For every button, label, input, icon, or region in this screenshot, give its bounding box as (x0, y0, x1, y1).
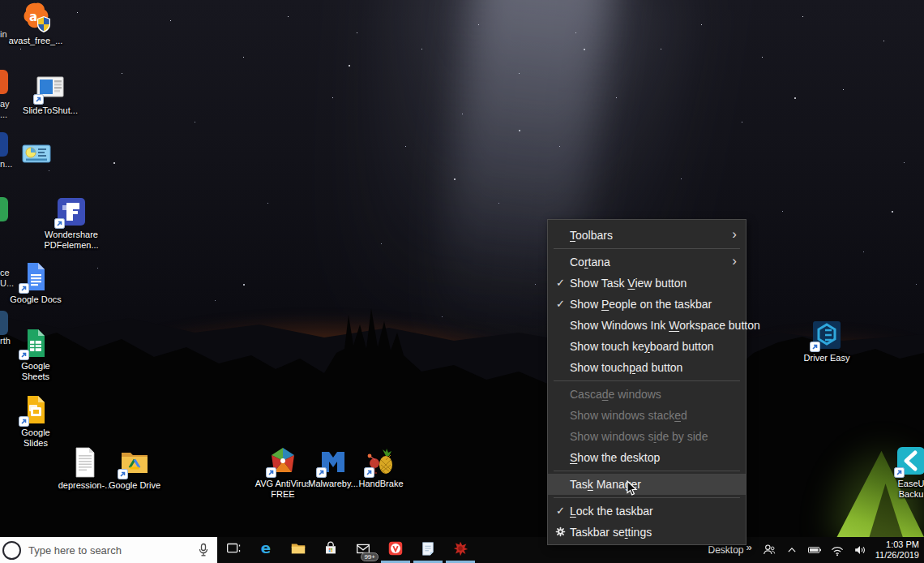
slidetoshut-icon (35, 72, 66, 103)
checkmark-icon: ✓ (554, 294, 567, 315)
edge-icon: e (257, 539, 275, 561)
menu-item-lock-the-taskbar[interactable]: ✓Lock the taskbar (548, 501, 746, 522)
google-sheets-icon (20, 328, 51, 359)
google-docs-label: Google Docs (10, 294, 62, 305)
clock[interactable]: 1:03 PM 11/26/2019 (875, 539, 919, 561)
people-icon[interactable] (759, 540, 779, 560)
avast-free-icon: a (20, 2, 51, 33)
depression-doc-icon (70, 447, 101, 478)
avast-free-label: avast_free_... (9, 36, 63, 46)
taskbar-button-mail[interactable]: 99+ (347, 537, 379, 563)
desktop-icon-google-sheets[interactable]: Google Sheets (5, 328, 66, 382)
taskbar-button-file-explorer[interactable] (282, 537, 314, 563)
google-slides-label: Google Slides (21, 428, 49, 449)
taskbar-button-microsoft-store[interactable] (314, 537, 347, 563)
menu-separator (554, 380, 740, 381)
desktop-icon-easeus-backup[interactable]: EaseU Backu (880, 445, 924, 500)
hidden-icons-chevron-icon[interactable] (782, 540, 802, 560)
taskbar-buttons: e99+ (217, 537, 477, 563)
google-sheets-label: Google Sheets (21, 361, 49, 382)
taskbar-button-codec-pack[interactable] (444, 537, 477, 563)
shortcut-arrow-icon (266, 467, 276, 478)
microphone-icon[interactable] (197, 543, 210, 557)
menu-item-label: Show touchpad button (570, 361, 682, 374)
desktop-icon-info-card-gadget[interactable] (6, 139, 67, 170)
cortana-icon[interactable] (2, 541, 21, 560)
svg-text:e: e (261, 539, 271, 557)
battery-icon[interactable] (805, 540, 824, 560)
menu-item-toolbars[interactable]: Toolbars› (548, 225, 746, 246)
menu-item-label: Show People on the taskbar (570, 298, 712, 311)
menu-item-taskbar-settings[interactable]: Taskbar settings (548, 522, 746, 543)
desktop-toolbar-label[interactable]: Desktop (708, 544, 743, 556)
search-input[interactable]: Type here to search (0, 537, 217, 563)
easeus-backup-icon (896, 445, 924, 476)
checkmark-icon: ✓ (554, 273, 567, 294)
desktop-icon-avast-free[interactable]: aavast_free_... (5, 2, 66, 46)
edge-partial-icon[interactable] (0, 70, 8, 94)
slidetoshut-label: SlideToShut... (23, 105, 78, 116)
toolbar-overflow-icon[interactable]: » (746, 541, 752, 553)
taskbar-button-task-view[interactable] (217, 537, 250, 563)
shortcut-arrow-icon (316, 467, 327, 478)
menu-item-show-people-on-the-taskbar[interactable]: ✓Show People on the taskbar (548, 294, 746, 315)
desktop-icon-google-docs[interactable]: Google Docs (5, 261, 66, 305)
desktop-icon-driver-easy[interactable]: Driver Easy (796, 320, 858, 363)
desktop-icon-google-slides[interactable]: Google Slides (5, 394, 66, 449)
menu-item-label: Show windows side by side (570, 430, 708, 443)
menu-item-show-touchpad-button[interactable]: Show touchpad button (548, 357, 746, 378)
menu-item-label: Cascade windows (570, 388, 661, 401)
menu-item-label: Show Task View button (570, 277, 687, 290)
edge-partial-icon[interactable] (0, 197, 8, 221)
file-explorer-icon (289, 539, 307, 561)
menu-separator (554, 497, 740, 498)
menu-item-show-task-view-button[interactable]: ✓Show Task View button (548, 273, 746, 294)
edge-partial-icon-label: in (0, 29, 7, 40)
mouse-cursor (627, 480, 638, 500)
codec-pack-icon (451, 539, 469, 561)
taskbar-button-edge[interactable]: e (250, 537, 282, 563)
desktop-icon-slidetoshut[interactable]: SlideToShut... (19, 72, 81, 116)
desktop-icon-wondershare-pdfelement[interactable]: Wondershare PDFelemen... (41, 196, 102, 251)
notepad-icon (419, 539, 437, 561)
search-placeholder: Type here to search (28, 544, 122, 557)
gear-icon (554, 522, 567, 543)
edge-partial-icon[interactable] (0, 311, 8, 335)
menu-item-label: Show windows stacked (570, 409, 687, 422)
wondershare-pdfelement-icon (56, 196, 87, 227)
taskbar-button-vivaldi[interactable] (379, 537, 412, 563)
menu-item-show-the-desktop[interactable]: Show the desktop (548, 447, 746, 468)
desktop-icon-handbrake[interactable]: HandBrake (350, 445, 412, 489)
submenu-arrow-icon: › (732, 224, 737, 245)
edge-partial-icon-label: ce U... (0, 268, 14, 289)
taskbar-context-menu: Toolbars›Cortana›✓Show Task View button✓… (547, 219, 746, 545)
speaker-icon[interactable] (850, 540, 870, 560)
handbrake-icon (366, 445, 396, 476)
edge-partial-icon[interactable] (0, 132, 8, 157)
wifi-icon[interactable] (828, 540, 847, 560)
menu-item-label: Cortana (570, 256, 610, 269)
edge-partial-icon-label: n... (0, 159, 12, 170)
malwarebytes-icon (318, 445, 349, 476)
shortcut-arrow-icon (33, 94, 44, 105)
task-view-icon (225, 539, 242, 561)
taskbar-button-notepad[interactable] (412, 537, 444, 563)
wondershare-pdfelement-label: Wondershare PDFelemen... (44, 230, 98, 251)
menu-item-label: Toolbars (570, 229, 613, 242)
menu-item-show-windows-ink-workspace-button[interactable]: Show Windows Ink Workspace button (548, 315, 746, 336)
shortcut-arrow-icon (19, 283, 29, 294)
menu-item-label: Show Windows Ink Workspace button (570, 319, 760, 332)
menu-separator (554, 471, 740, 471)
desktop-icon-google-drive[interactable]: Google Drive (104, 447, 165, 491)
google-drive-label: Google Drive (109, 480, 160, 491)
menu-item-cortana[interactable]: Cortana› (548, 251, 746, 273)
menu-item-label: Show the desktop (570, 451, 660, 464)
avg-antivirus-free-icon (267, 445, 298, 476)
windows-desktop: aavast_free_...SlideToShut...Wondershare… (0, 0, 924, 563)
taskbar: Type here to search e99+ Desktop » (0, 537, 924, 563)
menu-item-show-touch-keyboard-button[interactable]: Show touch keyboard button (548, 336, 746, 357)
info-card-gadget-icon (21, 139, 52, 170)
menu-item-task-manager[interactable]: Task Manager (548, 474, 746, 495)
submenu-arrow-icon: › (732, 251, 737, 272)
clock-date: 11/26/2019 (875, 550, 919, 561)
